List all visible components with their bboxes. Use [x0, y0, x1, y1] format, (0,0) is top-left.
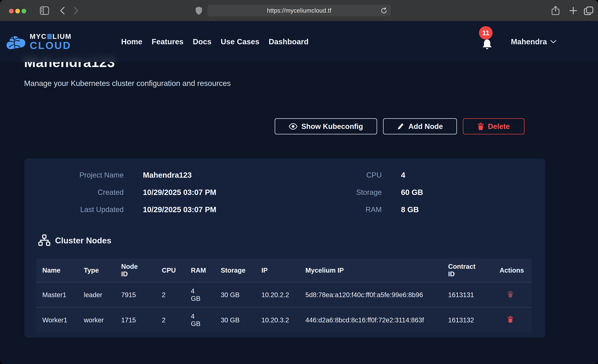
user-name: Mahendra: [511, 37, 547, 46]
user-menu[interactable]: Mahendra: [511, 21, 556, 62]
last-updated-label: Last Updated: [25, 205, 124, 214]
cluster-nodes-title: Cluster Nodes: [55, 236, 111, 245]
trash-icon: [478, 123, 484, 130]
delete-node-button[interactable]: [507, 316, 513, 323]
tab-overview-icon[interactable]: [584, 6, 594, 15]
new-tab-icon[interactable]: [569, 7, 577, 15]
nav-link-features[interactable]: Features: [152, 37, 183, 46]
node-row-master1: Master1 leader 7915 2 4 GB 30 GB 10.20.2…: [36, 282, 532, 307]
cell-name: Master1: [42, 291, 84, 299]
cell-storage: 30 GB: [221, 316, 261, 324]
pencil-icon: [397, 123, 405, 130]
notification-badge: 11: [479, 26, 493, 40]
cell-mycelium-ip: 5d8:78ea:a120:f40c:ff0f:a5fe:99e6:8b96: [305, 290, 429, 299]
cpu-label: CPU: [283, 171, 382, 179]
forward-button[interactable]: [73, 7, 79, 15]
ram-label: RAM: [283, 205, 382, 214]
cell-ram: 4 GB: [191, 313, 202, 328]
brand-line-mycelium: MYCLIUM: [30, 33, 72, 40]
address-bar[interactable]: https://myceliumcloud.tf: [208, 5, 391, 17]
node-row-worker1: Worker1 worker 1715 2 4 GB 30 GB 10.20.3…: [36, 307, 532, 332]
minimize-window-button[interactable]: [15, 9, 20, 13]
col-header-contract-id: Contract ID: [448, 263, 481, 278]
cell-type: leader: [84, 291, 121, 299]
cluster-overview-panel: Project Name Mahendra123 Created 10/29/2…: [25, 158, 545, 338]
cell-ram: 4 GB: [191, 287, 202, 302]
browser-window: https://myceliumcloud.tf: [0, 0, 598, 364]
cell-ip: 10.20.2.2: [261, 291, 305, 299]
col-header-mycelium-ip: Mycelium IP: [305, 267, 448, 274]
cell-type: worker: [84, 316, 121, 324]
table-header-row: Name Type Node ID CPU RAM Storage IP Myc…: [36, 258, 532, 282]
notifications-button[interactable]: 11: [479, 26, 499, 59]
privacy-shield-icon[interactable]: [196, 6, 202, 15]
overview-right-column: CPU 4 Storage 60 GB RAM 8 GB: [283, 166, 423, 218]
cell-mycelium-ip: 446:d2a6:8bcd:8c16:ff0f:72e2:3114:863f: [305, 315, 429, 325]
url-text: https://myceliumcloud.tf: [267, 7, 331, 14]
brand-wordmark: MYCLIUM CLOUD: [30, 33, 72, 51]
trash-icon: [507, 316, 513, 323]
chevron-down-icon: [550, 40, 556, 44]
cell-contract-id: 1613131: [448, 291, 499, 299]
show-kubeconfig-button[interactable]: Show Kubeconfig: [275, 118, 377, 134]
nav-link-use-cases[interactable]: Use Cases: [221, 37, 259, 46]
project-name-value: Mahendra123: [143, 171, 192, 180]
col-header-storage: Storage: [221, 267, 261, 274]
close-window-button[interactable]: [9, 9, 14, 13]
share-icon[interactable]: [551, 6, 560, 16]
project-name-label: Project Name: [25, 171, 124, 179]
browser-toolbar: https://myceliumcloud.tf: [0, 0, 598, 21]
delete-node-button[interactable]: [507, 291, 513, 298]
cell-node-id: 1715: [121, 316, 162, 324]
col-header-name: Name: [42, 267, 84, 274]
created-label: Created: [25, 188, 124, 196]
col-header-node-id: Node ID: [121, 263, 141, 278]
nav-link-dashboard[interactable]: Dashboard: [269, 37, 308, 46]
cell-cpu: 2: [162, 316, 191, 324]
col-header-ram: RAM: [191, 267, 221, 274]
cell-contract-id: 1613132: [448, 316, 499, 324]
eye-icon: [289, 123, 298, 130]
ram-value: 8 GB: [401, 205, 419, 214]
add-node-label: Add Node: [408, 122, 443, 131]
storage-label: Storage: [283, 188, 382, 196]
back-button[interactable]: [59, 7, 65, 15]
stylized-e-icon: [47, 34, 52, 39]
cell-name: Worker1: [42, 316, 84, 324]
delete-label: Delete: [488, 122, 510, 131]
mycelium-cloud-logo-icon: [6, 33, 27, 50]
brand-logo[interactable]: MYCLIUM CLOUD: [6, 21, 72, 62]
last-updated-value: 10/29/2025 03:07 PM: [143, 205, 216, 214]
sidebar-toggle-icon[interactable]: [40, 6, 49, 15]
col-header-type: Type: [84, 267, 121, 274]
bell-icon: [482, 39, 493, 51]
cell-storage: 30 GB: [221, 291, 261, 299]
nav-link-home[interactable]: Home: [121, 37, 142, 46]
maximize-window-button[interactable]: [22, 9, 26, 13]
storage-value: 60 GB: [401, 188, 423, 197]
nav-link-docs[interactable]: Docs: [193, 37, 211, 46]
overview-row-created: Created 10/29/2025 03:07 PM: [25, 184, 216, 201]
cpu-value: 4: [401, 171, 405, 180]
page-subtitle: Manage your Kubernetes cluster configura…: [24, 78, 231, 88]
col-header-cpu: CPU: [162, 267, 191, 274]
overview-row-last-updated: Last Updated 10/29/2025 03:07 PM: [25, 201, 216, 218]
cluster-actions: Show Kubeconfig Add Node Delete: [275, 118, 524, 134]
cluster-nodes-heading: Cluster Nodes: [38, 234, 111, 247]
overview-row-project-name: Project Name Mahendra123: [25, 166, 216, 184]
reload-icon[interactable]: [380, 7, 388, 14]
nav-links: Home Features Docs Use Cases Dashboard: [121, 21, 308, 62]
cell-cpu: 2: [162, 291, 191, 299]
main-navbar: MYCLIUM CLOUD Home Features Docs Use Cas…: [0, 21, 598, 62]
cluster-nodes-table: Name Type Node ID CPU RAM Storage IP Myc…: [36, 258, 532, 332]
cluster-nodes-icon: [38, 234, 50, 247]
created-value: 10/29/2025 03:07 PM: [143, 188, 216, 197]
overview-row-cpu: CPU 4: [283, 166, 423, 184]
cell-ip: 10.20.3.2: [261, 316, 305, 324]
add-node-button[interactable]: Add Node: [383, 118, 457, 134]
overview-row-storage: Storage 60 GB: [283, 184, 423, 201]
overview-left-column: Project Name Mahendra123 Created 10/29/2…: [25, 166, 216, 218]
overview-row-ram: RAM 8 GB: [283, 201, 423, 218]
delete-cluster-button[interactable]: Delete: [463, 118, 524, 134]
cell-node-id: 7915: [121, 291, 162, 299]
